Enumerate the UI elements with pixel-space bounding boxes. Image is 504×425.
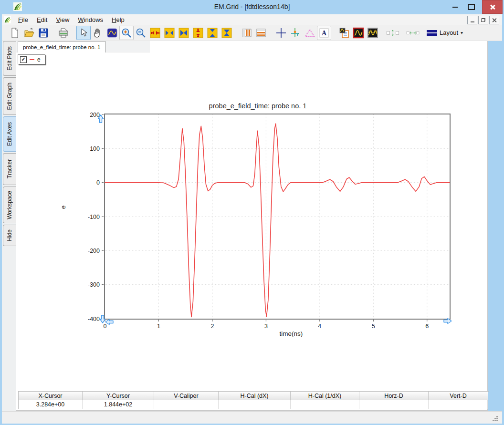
sidebar-item-edit-axes[interactable]: Edit Axes (3, 116, 16, 152)
select-pointer-button[interactable] (76, 26, 91, 40)
maximize-button[interactable] (466, 3, 476, 10)
multi-curve-button[interactable] (366, 26, 380, 40)
fit-horizontal-icon (406, 27, 420, 39)
toolbar: A Layout ▾ (2, 25, 502, 41)
header-vert-d: Vert-D (429, 392, 488, 400)
svg-text:-100: -100 (88, 214, 100, 220)
horizontal-grid-button[interactable] (254, 26, 268, 40)
svg-text:6: 6 (425, 323, 429, 330)
print-icon (58, 27, 69, 39)
header-y-cursor: Y-Cursor (83, 392, 154, 400)
scale-x-button[interactable] (162, 26, 177, 40)
save-floppy-icon (38, 27, 49, 39)
svg-text:200: 200 (90, 112, 100, 118)
menu-edit[interactable]: Edit (32, 15, 52, 24)
header-horz-d: Horz-D (359, 392, 429, 400)
text-annotation-button[interactable]: A (317, 26, 331, 40)
svg-text:-400: -400 (88, 316, 100, 322)
crosshair-button[interactable] (274, 26, 288, 40)
tab-probe-e-field-time[interactable]: probe_e_field_time: probe no. 1 (18, 41, 105, 52)
svg-text:3: 3 (264, 323, 268, 330)
menu-help[interactable]: Help (107, 15, 129, 24)
menu-file[interactable]: File (14, 15, 32, 24)
menubar: File Edit View Windows Help (2, 14, 502, 25)
y-axis-label: e (60, 206, 67, 209)
cursor-table-value-row: 3.284e+00 1.844e+02 (19, 400, 489, 409)
single-curve-icon (353, 27, 364, 39)
resize-grip[interactable] (493, 415, 498, 421)
single-curve-button[interactable] (351, 26, 366, 40)
plot-area[interactable]: 01234562001000-100-200-300-400 (104, 114, 451, 320)
value-horz-d (359, 400, 429, 409)
new-file-button[interactable] (8, 26, 22, 40)
fit-horizontal-button[interactable] (406, 26, 420, 40)
open-file-button[interactable] (22, 26, 36, 40)
maximize-icon (468, 4, 475, 10)
vertical-grid-button[interactable] (240, 26, 254, 40)
zoom-region-icon (106, 27, 118, 39)
zoom-out-button[interactable] (134, 26, 148, 40)
scale-y-button[interactable] (205, 26, 220, 40)
mdi-minimize-button[interactable] (467, 16, 477, 24)
layout-label: Layout (440, 29, 458, 36)
pointer-icon (78, 27, 89, 39)
status-bar (2, 411, 502, 424)
multi-curve-icon (367, 27, 378, 39)
tracker-button[interactable] (288, 26, 303, 40)
minimize-button[interactable] (450, 4, 460, 10)
header-x-cursor: X-Cursor (19, 392, 83, 400)
shrink-x-icon (178, 27, 189, 39)
legend-box: ✓ e (18, 54, 45, 64)
sidebar-item-edit-graph[interactable]: Edit Graph (3, 77, 16, 115)
svg-text:2: 2 (210, 323, 214, 330)
zoom-in-icon (121, 27, 132, 39)
layout-menu-button[interactable]: Layout ▾ (427, 29, 463, 37)
menu-view[interactable]: View (52, 15, 74, 24)
zoom-region-button[interactable] (105, 26, 119, 40)
mdi-minimize-icon (471, 21, 474, 22)
value-x-cursor: 3.284e+00 (19, 400, 83, 409)
sidebar-item-workspace[interactable]: Workspace (3, 187, 16, 223)
expand-y-button[interactable] (191, 26, 205, 40)
close-button[interactable] (482, 0, 503, 14)
fit-vertical-icon (386, 27, 399, 39)
waveform-plot[interactable]: 01234562001000-100-200-300-400 (105, 114, 450, 319)
minimize-icon (452, 7, 458, 8)
fit-vertical-button[interactable] (386, 26, 400, 40)
sidebar-item-hide[interactable]: Hide (3, 225, 16, 246)
legend-checkbox[interactable]: ✓ (20, 56, 27, 63)
plot-workspace: probe_e_field_time: probe no. 1 ✓ e prob… (16, 41, 488, 411)
plot-properties-button[interactable] (337, 26, 351, 40)
svg-text:A: A (322, 30, 327, 37)
app-window: EM.Grid - [fdtdlesson14b] File Edit View… (0, 0, 504, 425)
save-button[interactable] (36, 26, 51, 40)
shrink-x-button[interactable] (177, 26, 191, 40)
svg-text:5: 5 (372, 323, 375, 330)
svg-text:-300: -300 (88, 281, 100, 288)
marker-triangle-button[interactable] (303, 26, 317, 40)
pan-hand-button[interactable] (91, 26, 105, 40)
open-folder-icon (23, 27, 35, 39)
svg-text:-200: -200 (88, 248, 100, 254)
svg-text:1: 1 (157, 323, 160, 330)
shrink-y-button[interactable] (220, 26, 234, 40)
close-icon (490, 4, 495, 10)
expand-x-icon (149, 27, 161, 39)
zoom-in-button[interactable] (119, 26, 134, 40)
hand-icon (92, 27, 104, 39)
mdi-restore-button[interactable] (478, 16, 488, 24)
menu-windows[interactable]: Windows (74, 15, 107, 24)
header-h-cal-1dx: H-Cal (1/dX) (291, 392, 359, 400)
mdi-close-button[interactable] (489, 16, 499, 24)
sidebar-item-edit-plots[interactable]: Edit Plots (3, 41, 16, 76)
svg-text:100: 100 (90, 145, 100, 152)
crosshair-icon (275, 27, 287, 39)
print-button[interactable] (56, 26, 71, 40)
zoom-out-icon (135, 27, 147, 39)
expand-x-button[interactable] (148, 26, 162, 40)
sidebar-item-tracker[interactable]: Tracker (3, 153, 16, 185)
checkmark-icon: ✓ (21, 57, 25, 62)
expand-y-icon (192, 27, 204, 39)
cursor-table-header-row: X-Cursor Y-Cursor V-Caliper H-Cal (dX) H… (19, 392, 489, 400)
chart-title: probe_e_field_time: probe no. 1 (67, 102, 449, 110)
